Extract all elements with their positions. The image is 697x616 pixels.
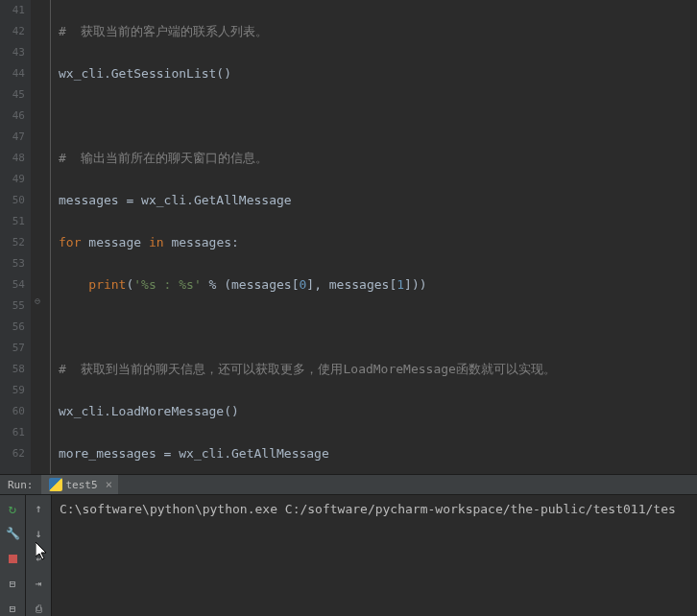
run-tool-window: Run: test5 × ↻ 🔧 ⊟ ⊟ ↑ ↓ ⤶ ⇥ ⎙ C:\softwa… — [0, 474, 697, 616]
line-number: 52 — [0, 232, 31, 253]
line-number-gutter: 41 42 43 44 45 46 47 48 49 50 51 52 53 5… — [0, 0, 31, 474]
line-number: 59 — [0, 380, 31, 401]
python-file-icon — [49, 478, 62, 491]
line-number: 57 — [0, 338, 31, 359]
console-line: C:\software\python\python.exe C:/softwar… — [60, 502, 676, 516]
up-stack-button[interactable]: ↑ — [31, 501, 46, 516]
run-tab[interactable]: test5 × — [41, 475, 118, 494]
pin-button[interactable]: ⊟ — [5, 601, 20, 616]
code-text: # 输出当前所在的聊天窗口的信息。 — [59, 151, 268, 165]
line-number: 44 — [0, 63, 31, 84]
line-number: 42 — [0, 21, 31, 42]
run-label: Run: — [0, 479, 41, 491]
line-number: 61 — [0, 422, 31, 443]
run-toolbar-primary: ↻ 🔧 ⊟ ⊟ — [0, 495, 26, 616]
settings-button[interactable]: 🔧 — [5, 526, 20, 541]
scroll-to-end-button[interactable]: ⇥ — [31, 576, 46, 591]
print-button[interactable]: ⎙ — [31, 601, 46, 616]
line-number: 45 — [0, 84, 31, 106]
gutter-marks: ⊖ — [31, 0, 50, 474]
console-output[interactable]: C:\software\python\python.exe C:/softwar… — [52, 495, 697, 616]
line-number: 46 — [0, 106, 31, 127]
line-number: 41 — [0, 0, 31, 21]
run-toolbar-secondary: ↑ ↓ ⤶ ⇥ ⎙ — [26, 495, 52, 616]
line-number: 56 — [0, 317, 31, 338]
line-number: 43 — [0, 42, 31, 63]
soft-wrap-button[interactable]: ⤶ — [31, 551, 46, 566]
line-number: 50 — [0, 190, 31, 211]
line-number: 53 — [0, 253, 31, 274]
code-area[interactable]: # 获取当前的客户端的联系人列表。 wx_cli.GetSessionList(… — [50, 0, 697, 474]
down-stack-button[interactable]: ↓ — [31, 526, 46, 541]
line-number: 51 — [0, 211, 31, 232]
line-number: 55 — [0, 296, 31, 317]
rerun-button[interactable]: ↻ — [5, 501, 20, 516]
restore-layout-button[interactable]: ⊟ — [5, 576, 20, 591]
close-icon[interactable]: × — [102, 478, 112, 491]
code-text: # 获取到当前的聊天信息，还可以获取更多，使用LoadMoreMessage函数… — [59, 362, 556, 376]
code-text: # 获取当前的客户端的联系人列表。 — [59, 24, 268, 38]
line-number: 62 — [0, 443, 31, 464]
run-tab-name: test5 — [66, 479, 98, 491]
code-editor[interactable]: 41 42 43 44 45 46 47 48 49 50 51 52 53 5… — [0, 0, 697, 474]
line-number: 58 — [0, 359, 31, 380]
collapse-marker-icon[interactable]: ⊖ — [35, 296, 40, 306]
run-header: Run: test5 × — [0, 475, 697, 495]
line-number: 60 — [0, 401, 31, 422]
line-number: 47 — [0, 127, 31, 148]
stop-button[interactable] — [5, 551, 20, 566]
line-number: 54 — [0, 274, 31, 296]
line-number: 48 — [0, 148, 31, 169]
line-number: 49 — [0, 169, 31, 190]
